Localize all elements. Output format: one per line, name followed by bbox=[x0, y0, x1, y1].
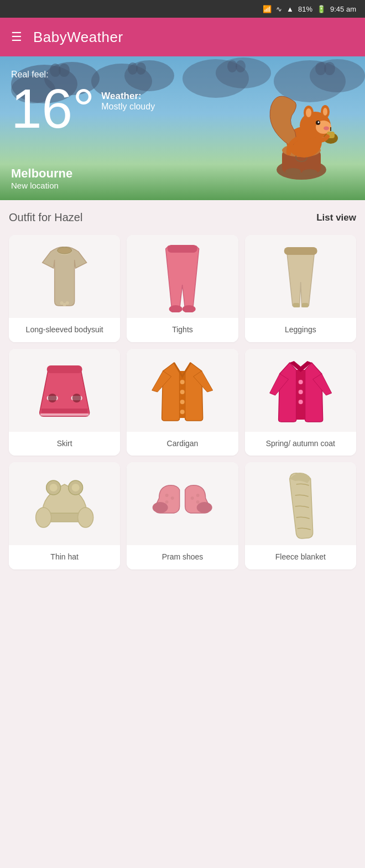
svg-rect-50 bbox=[41, 409, 88, 413]
blanket-label: Fleece blanket bbox=[245, 545, 356, 569]
current-time: 9:45 am bbox=[330, 5, 356, 13]
coat-icon-area bbox=[245, 349, 356, 432]
skirt-icon-area bbox=[9, 349, 120, 432]
clothing-card-tights[interactable]: Tights bbox=[127, 235, 238, 342]
leggings-label: Leggings bbox=[245, 318, 356, 342]
svg-point-56 bbox=[180, 410, 185, 414]
list-view-button[interactable]: List view bbox=[316, 212, 356, 223]
svg-point-74 bbox=[191, 496, 194, 500]
svg-rect-51 bbox=[40, 414, 89, 416]
svg-point-29 bbox=[324, 127, 329, 130]
status-bar: 📶 ∿ ▲ 81% 🔋 9:45 am bbox=[0, 0, 365, 18]
svg-point-70 bbox=[171, 496, 174, 500]
weather-label: Weather: bbox=[101, 91, 155, 102]
menu-icon[interactable]: ☰ bbox=[11, 30, 22, 44]
clothing-card-bodysuit[interactable]: Long-sleeved bodysuit bbox=[9, 235, 120, 342]
outfit-header: Outfit for Hazel List view bbox=[9, 211, 356, 224]
svg-point-72 bbox=[197, 502, 212, 513]
svg-point-33 bbox=[285, 168, 301, 175]
pramshoes-label: Pram shoes bbox=[127, 545, 238, 569]
hat-icon-area bbox=[9, 462, 120, 545]
tights-label: Tights bbox=[127, 318, 238, 342]
app-header: ☰ BabyWeather bbox=[0, 18, 365, 56]
clothing-card-blanket[interactable]: Fleece blanket bbox=[245, 462, 356, 569]
hat-label: Thin hat bbox=[9, 545, 120, 569]
svg-point-58 bbox=[298, 380, 303, 384]
svg-rect-39 bbox=[168, 245, 197, 253]
svg-point-65 bbox=[50, 484, 58, 491]
bodysuit-label: Long-sleeved bodysuit bbox=[9, 318, 120, 342]
clothing-card-pramshoes[interactable]: Pram shoes bbox=[127, 462, 238, 569]
battery-level: 81% bbox=[298, 5, 312, 13]
svg-rect-44 bbox=[301, 303, 308, 307]
svg-point-71 bbox=[165, 500, 169, 504]
cardigan-icon-area bbox=[127, 349, 238, 432]
wifi-icon: ∿ bbox=[276, 5, 282, 13]
clothing-grid: Long-sleeved bodysuit Tights bbox=[9, 235, 356, 569]
squirrel-illustration bbox=[243, 73, 354, 184]
clothing-card-cardigan[interactable]: Cardigan bbox=[127, 349, 238, 456]
tights-icon-area bbox=[127, 235, 238, 318]
weather-description: Weather: Mostly cloudy bbox=[101, 91, 155, 112]
skirt-label: Skirt bbox=[9, 432, 120, 456]
location-sub: New location bbox=[11, 181, 72, 190]
signal-icon: ▲ bbox=[286, 5, 294, 13]
clothing-card-leggings[interactable]: Leggings bbox=[245, 235, 356, 342]
svg-point-60 bbox=[298, 400, 303, 404]
svg-point-36 bbox=[60, 301, 64, 305]
svg-point-28 bbox=[318, 122, 320, 123]
svg-point-73 bbox=[196, 494, 200, 497]
svg-point-38 bbox=[66, 301, 69, 305]
clothing-card-hat[interactable]: Thin hat bbox=[9, 462, 120, 569]
bodysuit-icon-area bbox=[9, 235, 120, 318]
svg-point-67 bbox=[72, 484, 80, 491]
svg-point-62 bbox=[36, 508, 51, 527]
svg-point-37 bbox=[63, 303, 66, 306]
svg-point-55 bbox=[180, 400, 185, 404]
cardigan-label: Cardigan bbox=[127, 432, 238, 456]
clothing-card-coat[interactable]: Spring/ autumn coat bbox=[245, 349, 356, 456]
svg-point-63 bbox=[78, 508, 93, 527]
svg-point-23 bbox=[306, 108, 311, 117]
svg-point-34 bbox=[302, 169, 317, 176]
svg-point-35 bbox=[58, 247, 72, 254]
svg-rect-43 bbox=[293, 303, 299, 307]
coat-label: Spring/ autumn coat bbox=[245, 432, 356, 456]
app-title: BabyWeather bbox=[33, 29, 123, 46]
svg-point-54 bbox=[180, 390, 185, 394]
weather-banner: Real feel: 16° Weather: Mostly cloudy Me… bbox=[0, 56, 365, 200]
svg-rect-57 bbox=[296, 370, 305, 420]
location-area: Melbourne New location bbox=[11, 166, 72, 190]
weather-value: Mostly cloudy bbox=[101, 102, 155, 112]
svg-point-69 bbox=[165, 494, 169, 497]
blanket-icon-area bbox=[245, 462, 356, 545]
svg-point-68 bbox=[153, 502, 168, 513]
location-city: Melbourne bbox=[11, 166, 72, 181]
svg-point-48 bbox=[48, 394, 57, 402]
leggings-icon-area bbox=[245, 235, 356, 318]
svg-point-25 bbox=[323, 108, 327, 116]
outfit-title: Outfit for Hazel bbox=[9, 211, 82, 224]
svg-point-49 bbox=[72, 394, 81, 402]
svg-rect-42 bbox=[284, 247, 317, 255]
clothing-card-skirt[interactable]: Skirt bbox=[9, 349, 120, 456]
bluetooth-icon: 📶 bbox=[263, 5, 272, 13]
pramshoes-icon-area bbox=[127, 462, 238, 545]
svg-point-75 bbox=[196, 500, 200, 504]
battery-icon: 🔋 bbox=[317, 5, 326, 13]
svg-point-53 bbox=[180, 380, 185, 384]
main-content: Outfit for Hazel List view Lon bbox=[0, 200, 365, 581]
svg-point-59 bbox=[298, 390, 303, 394]
svg-rect-45 bbox=[47, 365, 82, 373]
temperature-value: 16° bbox=[11, 81, 95, 136]
